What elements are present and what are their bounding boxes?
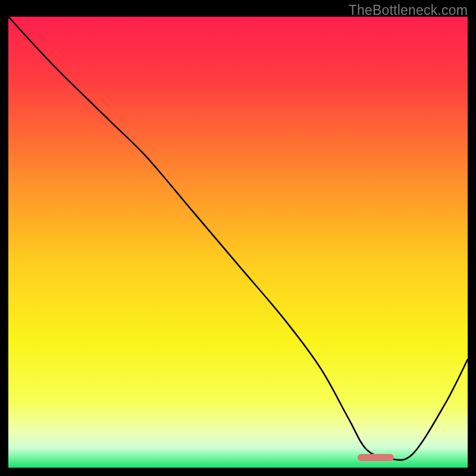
plot-area xyxy=(8,17,468,468)
chart-frame xyxy=(6,17,470,470)
optimal-range-marker xyxy=(358,454,394,461)
bottleneck-curve xyxy=(8,17,468,468)
watermark-text: TheBottleneck.com xyxy=(349,2,468,18)
